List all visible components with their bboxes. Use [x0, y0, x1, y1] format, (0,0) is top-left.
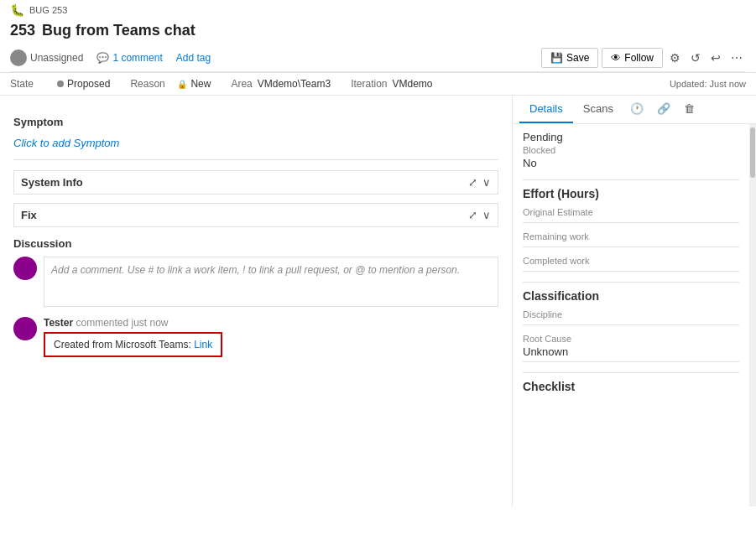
- comment-input-area: Add a comment. Use # to link a work item…: [13, 257, 498, 307]
- refresh-button[interactable]: ↺: [687, 48, 704, 68]
- more-icon: ⋯: [731, 51, 743, 65]
- pending-text: Pending: [523, 131, 739, 143]
- main-content: Symptom Click to add Symptom System Info…: [0, 96, 756, 506]
- fix-section: Fix ⤢ ∨: [13, 203, 498, 227]
- tab-link-icon[interactable]: 🔗: [650, 96, 677, 123]
- fix-title: Fix: [21, 209, 37, 221]
- more-button[interactable]: ⋯: [727, 48, 746, 68]
- comment-author: Tester: [44, 317, 73, 329]
- save-button[interactable]: 💾 Save: [541, 48, 598, 68]
- root-cause-value[interactable]: Unknown: [523, 345, 739, 362]
- lock-icon: 🔒: [177, 80, 187, 89]
- remaining-work-value[interactable]: [523, 243, 739, 247]
- discipline-value[interactable]: [523, 321, 739, 325]
- symptom-title: Symptom: [13, 116, 498, 128]
- comment-button[interactable]: 💬 1 comment: [96, 52, 162, 64]
- tab-details[interactable]: Details: [519, 96, 573, 123]
- expand-icon: ⤢: [468, 176, 477, 189]
- scrollbar-thumb[interactable]: [750, 127, 755, 178]
- bug-label: 🐛 BUG 253: [10, 3, 746, 18]
- classification-header: Classification: [523, 282, 739, 303]
- comment-meta: Tester commented just now: [44, 317, 498, 329]
- chevron-down-icon-2: ∨: [482, 209, 491, 221]
- save-icon: 💾: [550, 52, 563, 64]
- reason-value[interactable]: 🔒 New: [177, 78, 211, 90]
- state-label: State: [10, 78, 52, 90]
- state-dot: [57, 80, 64, 87]
- comment-time-text: commented just now: [76, 317, 168, 329]
- symptom-input[interactable]: Click to add Symptom: [13, 133, 498, 153]
- bug-title-row: 253 Bug from Teams chat: [10, 18, 746, 44]
- undo-button[interactable]: ↩: [707, 48, 724, 68]
- system-info-section: System Info ⤢ ∨: [13, 170, 498, 195]
- tab-delete-icon[interactable]: 🗑: [677, 96, 701, 123]
- bug-id: BUG 253: [29, 5, 67, 15]
- comment-text: Created from Microsoft Teams:: [54, 339, 194, 350]
- blocked-field: Blocked No: [523, 145, 739, 169]
- reason-text: New: [190, 78, 211, 90]
- fix-expand[interactable]: ⤢ ∨: [468, 209, 491, 221]
- reason-label: Reason: [130, 78, 172, 90]
- tab-scans[interactable]: Scans: [573, 96, 623, 123]
- tab-history-icon[interactable]: 🕐: [623, 96, 650, 123]
- area-field: Area VMdemo\Team3: [231, 78, 331, 90]
- right-content: Pending Blocked No Effort (Hours) Origin…: [513, 124, 749, 506]
- remaining-work-field: Remaining work: [523, 231, 739, 247]
- remaining-work-label: Remaining work: [523, 231, 739, 241]
- discipline-label: Discipline: [523, 309, 739, 319]
- toolbar-right: 💾 Save 👁 Follow ⚙ ↺ ↩ ⋯: [541, 48, 746, 68]
- expand-icon-2: ⤢: [468, 209, 477, 221]
- right-panel: Details Scans 🕐 🔗 🗑 Pending Blocked No E…: [513, 96, 756, 506]
- settings-icon: ⚙: [670, 51, 680, 65]
- comment-placeholder-text: Add a comment. Use # to link a work item…: [51, 264, 460, 276]
- comment-input[interactable]: Add a comment. Use # to link a work item…: [44, 257, 498, 307]
- blocked-label: Blocked: [523, 145, 739, 155]
- completed-work-label: Completed work: [523, 256, 739, 266]
- original-estimate-field: Original Estimate: [523, 207, 739, 223]
- system-info-expand[interactable]: ⤢ ∨: [468, 176, 491, 189]
- state-field: State Proposed: [10, 78, 110, 90]
- bug-number: 253: [10, 22, 35, 39]
- assignee-text: Unassigned: [30, 52, 83, 64]
- state-value[interactable]: Proposed: [57, 78, 110, 90]
- comment-content-box: Created from Microsoft Teams: Link: [44, 332, 222, 357]
- app-container: 🐛 BUG 253 253 Bug from Teams chat Unassi…: [0, 0, 756, 506]
- settings-button[interactable]: ⚙: [666, 48, 684, 68]
- bug-icon: 🐛: [10, 3, 24, 17]
- checklist-header: Checklist: [523, 372, 739, 393]
- effort-header: Effort (Hours): [523, 179, 739, 200]
- completed-work-value[interactable]: [523, 267, 739, 272]
- right-tabs: Details Scans 🕐 🔗 🗑: [513, 96, 756, 124]
- area-value[interactable]: VMdemo\Team3: [258, 78, 331, 90]
- chevron-down-icon: ∨: [482, 176, 491, 189]
- discussion-title: Discussion: [13, 237, 498, 250]
- comment-body: Tester commented just now Created from M…: [44, 317, 498, 357]
- left-panel: Symptom Click to add Symptom System Info…: [0, 96, 513, 506]
- iteration-label: Iteration: [351, 78, 387, 90]
- updated-text: Updated: Just now: [670, 79, 746, 89]
- add-tag-button[interactable]: Add tag: [176, 52, 211, 64]
- state-bar: State Proposed Reason 🔒 New Area VMdemo\…: [0, 73, 756, 96]
- refresh-icon: ↺: [691, 51, 701, 65]
- system-info-title: System Info: [21, 176, 83, 189]
- comment-link[interactable]: Link: [194, 339, 212, 350]
- avatar: [10, 49, 27, 66]
- follow-eye-icon: 👁: [611, 52, 621, 64]
- original-estimate-value[interactable]: [523, 219, 739, 223]
- blocked-value[interactable]: No: [523, 157, 739, 169]
- comment-bubble-icon: 💬: [96, 52, 109, 64]
- comment-count: 1 comment: [112, 52, 162, 64]
- follow-label: Follow: [624, 52, 654, 64]
- reason-field: Reason 🔒 New: [130, 78, 211, 90]
- save-label: Save: [566, 52, 589, 64]
- undo-icon: ↩: [711, 51, 721, 65]
- assignee-field[interactable]: Unassigned: [10, 49, 83, 66]
- follow-button[interactable]: 👁 Follow: [602, 48, 663, 68]
- state-text: Proposed: [67, 78, 110, 90]
- commenter-avatar: [13, 317, 37, 340]
- root-cause-field: Root Cause Unknown: [523, 334, 739, 362]
- right-scrollbar[interactable]: [749, 124, 756, 506]
- root-cause-label: Root Cause: [523, 334, 739, 344]
- iteration-value[interactable]: VMdemo: [392, 78, 432, 90]
- original-estimate-label: Original Estimate: [523, 207, 739, 217]
